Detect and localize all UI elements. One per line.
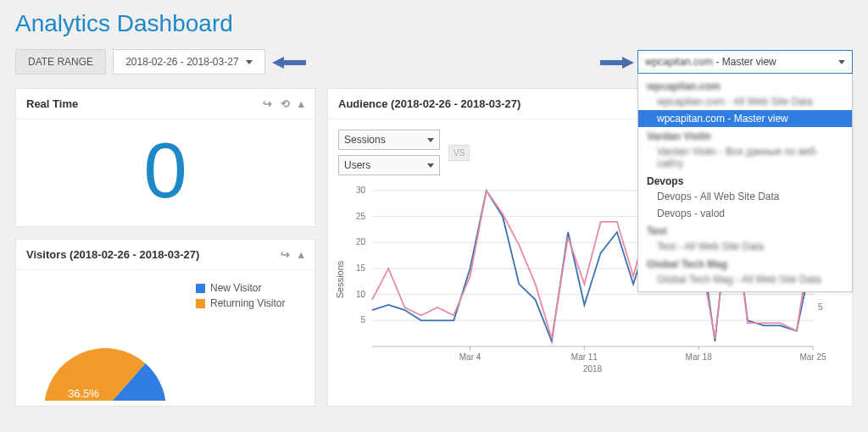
svg-text:Mar 11: Mar 11 xyxy=(571,352,598,362)
svg-text:10: 10 xyxy=(356,290,366,299)
new-visitor-swatch xyxy=(196,284,205,293)
visitors-panel: Visitors (2018-02-26 - 2018-03-27) ↪ ▴ 3… xyxy=(15,239,315,407)
svg-text:Mar 18: Mar 18 xyxy=(686,352,713,362)
toolbar: DATE RANGE 2018-02-26 - 2018-03-27 wpcap… xyxy=(15,49,853,75)
arrow-left-icon xyxy=(272,56,301,68)
view-select-box[interactable]: wpcapitan.com - Master view xyxy=(637,50,853,74)
date-range-button[interactable]: DATE RANGE xyxy=(15,49,106,75)
view-option[interactable]: Test - All Web Site Data xyxy=(638,238,852,255)
date-range-value: 2018-02-26 - 2018-03-27 xyxy=(125,56,238,68)
svg-text:15: 15 xyxy=(356,263,366,273)
visitors-legend: New Visitor Returning Visitor xyxy=(196,282,286,313)
vs-badge: VS xyxy=(448,145,470,161)
realtime-title: Real Time xyxy=(26,97,78,110)
metric-select-1[interactable]: Sessions xyxy=(338,130,440,150)
caret-down-icon xyxy=(427,138,434,142)
svg-text:25: 25 xyxy=(356,212,366,221)
refresh-icon[interactable]: ⟲ xyxy=(281,97,290,110)
view-option[interactable]: Vardan Violin - Все данные по веб-сайту xyxy=(638,143,852,172)
view-group-head: Global Tech Mag xyxy=(638,255,852,271)
view-group-head: wpcapitan.com xyxy=(638,77,852,93)
arrow-right-icon xyxy=(600,56,629,68)
caret-down-icon xyxy=(246,60,253,64)
view-group-head: Vardan Violin xyxy=(638,127,852,143)
visitors-title: Visitors (2018-02-26 - 2018-03-27) xyxy=(26,248,199,261)
view-option[interactable]: Devops - All Web Site Data xyxy=(638,188,852,205)
svg-marker-1 xyxy=(600,57,634,69)
realtime-panel: Real Time ↪ ⟲ ▴ 0 xyxy=(15,88,315,227)
svg-text:2018: 2018 xyxy=(583,364,603,374)
svg-text:36.5%: 36.5% xyxy=(68,387,99,400)
view-group-head: Devops xyxy=(638,172,852,188)
export-icon[interactable]: ↪ xyxy=(263,97,272,110)
svg-text:5: 5 xyxy=(818,302,823,312)
caret-down-icon xyxy=(427,163,434,168)
view-group-head: Test xyxy=(638,222,852,238)
svg-text:30: 30 xyxy=(356,186,366,195)
view-option[interactable]: Global Tech Mag - All Web Site Data xyxy=(638,271,852,288)
view-option[interactable]: wpcapitan.com - Master view xyxy=(638,110,852,127)
caret-down-icon xyxy=(838,60,845,64)
svg-text:Sessions: Sessions xyxy=(335,260,345,298)
svg-text:5: 5 xyxy=(360,315,365,324)
view-dropdown-menu[interactable]: wpcapitan.comwpcapitan.com - All Web Sit… xyxy=(637,74,853,292)
realtime-value: 0 xyxy=(16,131,314,209)
collapse-icon[interactable]: ▴ xyxy=(298,248,304,261)
page-title: Analytics Dashboard xyxy=(15,10,853,37)
date-range-dropdown[interactable]: 2018-02-26 - 2018-03-27 xyxy=(113,49,264,75)
svg-text:20: 20 xyxy=(356,237,366,246)
returning-visitor-swatch xyxy=(196,299,205,308)
export-icon[interactable]: ↪ xyxy=(281,248,290,261)
svg-marker-0 xyxy=(272,57,306,69)
svg-text:Mar 4: Mar 4 xyxy=(459,352,481,362)
view-option[interactable]: wpcapitan.com - All Web Site Data xyxy=(638,93,852,110)
view-select-value: wpcapitan.com - Master view xyxy=(645,56,776,68)
svg-text:Mar 25: Mar 25 xyxy=(799,352,826,362)
view-option[interactable]: Devops - valod xyxy=(638,205,852,222)
collapse-icon[interactable]: ▴ xyxy=(298,97,304,110)
audience-title: Audience (2018-02-26 - 2018-03-27) xyxy=(338,97,520,110)
metric-select-2[interactable]: Users xyxy=(338,155,440,175)
view-select[interactable]: wpcapitan.com - Master view wpcapitan.co… xyxy=(637,50,853,74)
